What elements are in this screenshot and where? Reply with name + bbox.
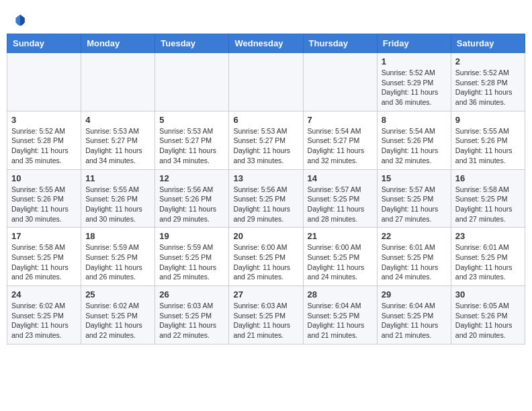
day-cell: 11Sunrise: 5:55 AM Sunset: 5:26 PM Dayli… [81,169,155,228]
day-cell: 27Sunrise: 6:03 AM Sunset: 5:25 PM Dayli… [229,286,303,345]
logo [13,13,30,27]
day-number: 13 [233,173,298,183]
day-number: 9 [455,115,521,125]
day-cell: 28Sunrise: 6:04 AM Sunset: 5:25 PM Dayli… [303,286,377,345]
day-info: Sunrise: 6:04 AM Sunset: 5:25 PM Dayligh… [382,301,447,340]
day-info: Sunrise: 5:53 AM Sunset: 5:27 PM Dayligh… [159,126,224,166]
day-number: 4 [85,115,150,125]
day-cell: 9Sunrise: 5:55 AM Sunset: 5:26 PM Daylig… [451,111,525,169]
day-info: Sunrise: 5:55 AM Sunset: 5:26 PM Dayligh… [11,185,77,224]
day-cell [81,53,155,111]
calendar: SundayMondayTuesdayWednesdayThursdayFrid… [7,34,525,345]
day-number: 17 [11,231,77,241]
weekday-header-row: SundayMondayTuesdayWednesdayThursdayFrid… [7,34,525,53]
week-row-3: 10Sunrise: 5:55 AM Sunset: 5:26 PM Dayli… [7,169,525,228]
day-cell: 13Sunrise: 5:56 AM Sunset: 5:25 PM Dayli… [229,169,303,228]
day-info: Sunrise: 6:03 AM Sunset: 5:25 PM Dayligh… [233,301,298,340]
logo-icon [13,13,27,27]
day-number: 28 [308,289,373,300]
day-cell: 19Sunrise: 5:59 AM Sunset: 5:25 PM Dayli… [155,228,229,286]
day-info: Sunrise: 6:04 AM Sunset: 5:25 PM Dayligh… [308,301,373,340]
day-cell [7,53,81,111]
day-info: Sunrise: 5:59 AM Sunset: 5:25 PM Dayligh… [85,242,150,282]
weekday-header-wednesday: Wednesday [229,34,303,53]
day-info: Sunrise: 6:00 AM Sunset: 5:25 PM Dayligh… [233,242,298,282]
day-number: 8 [382,115,447,125]
day-cell: 18Sunrise: 5:59 AM Sunset: 5:25 PM Dayli… [81,228,155,286]
day-number: 29 [382,289,447,300]
day-number: 14 [308,173,373,183]
week-row-4: 17Sunrise: 5:58 AM Sunset: 5:25 PM Dayli… [7,228,525,286]
day-cell: 23Sunrise: 6:01 AM Sunset: 5:25 PM Dayli… [451,228,525,286]
weekday-header-friday: Friday [377,34,451,53]
day-info: Sunrise: 6:01 AM Sunset: 5:25 PM Dayligh… [382,242,447,282]
day-number: 23 [455,231,521,241]
day-cell: 17Sunrise: 5:58 AM Sunset: 5:25 PM Dayli… [7,228,81,286]
day-info: Sunrise: 5:56 AM Sunset: 5:26 PM Dayligh… [159,185,224,224]
day-info: Sunrise: 5:59 AM Sunset: 5:25 PM Dayligh… [159,242,224,282]
day-number: 22 [382,231,447,241]
day-info: Sunrise: 6:01 AM Sunset: 5:25 PM Dayligh… [455,242,521,282]
day-cell: 21Sunrise: 6:00 AM Sunset: 5:25 PM Dayli… [303,228,377,286]
day-number: 10 [11,173,77,183]
day-number: 6 [233,115,298,125]
day-number: 19 [159,231,224,241]
week-row-5: 24Sunrise: 6:02 AM Sunset: 5:25 PM Dayli… [7,286,525,345]
day-number: 1 [382,56,447,66]
day-info: Sunrise: 5:58 AM Sunset: 5:25 PM Dayligh… [455,185,521,224]
day-info: Sunrise: 6:02 AM Sunset: 5:25 PM Dayligh… [85,301,150,340]
day-cell: 8Sunrise: 5:54 AM Sunset: 5:26 PM Daylig… [377,111,451,169]
day-cell [155,53,229,111]
week-row-1: 1Sunrise: 5:52 AM Sunset: 5:29 PM Daylig… [7,53,525,111]
day-cell: 16Sunrise: 5:58 AM Sunset: 5:25 PM Dayli… [451,169,525,228]
day-info: Sunrise: 5:57 AM Sunset: 5:25 PM Dayligh… [308,185,373,224]
day-info: Sunrise: 5:53 AM Sunset: 5:27 PM Dayligh… [233,126,298,166]
day-cell: 10Sunrise: 5:55 AM Sunset: 5:26 PM Dayli… [7,169,81,228]
day-cell: 7Sunrise: 5:54 AM Sunset: 5:27 PM Daylig… [303,111,377,169]
day-info: Sunrise: 5:55 AM Sunset: 5:26 PM Dayligh… [455,126,521,166]
page-header [7,7,525,30]
day-number: 5 [159,115,224,125]
day-info: Sunrise: 6:03 AM Sunset: 5:25 PM Dayligh… [159,301,224,340]
day-info: Sunrise: 6:00 AM Sunset: 5:25 PM Dayligh… [308,242,373,282]
day-info: Sunrise: 5:54 AM Sunset: 5:26 PM Dayligh… [382,126,447,166]
day-number: 18 [85,231,150,241]
day-info: Sunrise: 5:56 AM Sunset: 5:25 PM Dayligh… [233,185,298,224]
day-info: Sunrise: 5:55 AM Sunset: 5:26 PM Dayligh… [85,185,150,224]
weekday-header-thursday: Thursday [303,34,377,53]
weekday-header-sunday: Sunday [7,34,81,53]
day-number: 15 [382,173,447,183]
day-cell: 14Sunrise: 5:57 AM Sunset: 5:25 PM Dayli… [303,169,377,228]
day-info: Sunrise: 6:05 AM Sunset: 5:26 PM Dayligh… [455,301,521,340]
week-row-2: 3Sunrise: 5:52 AM Sunset: 5:28 PM Daylig… [7,111,525,169]
day-cell: 24Sunrise: 6:02 AM Sunset: 5:25 PM Dayli… [7,286,81,345]
day-info: Sunrise: 5:54 AM Sunset: 5:27 PM Dayligh… [308,126,373,166]
day-number: 12 [159,173,224,183]
day-number: 24 [11,289,77,300]
day-number: 3 [11,115,77,125]
day-number: 7 [308,115,373,125]
day-number: 26 [159,289,224,300]
day-info: Sunrise: 5:53 AM Sunset: 5:27 PM Dayligh… [85,126,150,166]
day-number: 11 [85,173,150,183]
day-info: Sunrise: 5:52 AM Sunset: 5:28 PM Dayligh… [11,126,77,166]
day-info: Sunrise: 5:52 AM Sunset: 5:29 PM Dayligh… [382,68,447,107]
day-info: Sunrise: 5:58 AM Sunset: 5:25 PM Dayligh… [11,242,77,282]
weekday-header-tuesday: Tuesday [155,34,229,53]
day-info: Sunrise: 5:57 AM Sunset: 5:25 PM Dayligh… [382,185,447,224]
day-cell: 3Sunrise: 5:52 AM Sunset: 5:28 PM Daylig… [7,111,81,169]
day-number: 21 [308,231,373,241]
day-number: 20 [233,231,298,241]
day-cell: 4Sunrise: 5:53 AM Sunset: 5:27 PM Daylig… [81,111,155,169]
day-info: Sunrise: 6:02 AM Sunset: 5:25 PM Dayligh… [11,301,77,340]
day-cell: 12Sunrise: 5:56 AM Sunset: 5:26 PM Dayli… [155,169,229,228]
day-cell: 22Sunrise: 6:01 AM Sunset: 5:25 PM Dayli… [377,228,451,286]
day-cell [303,53,377,111]
day-cell: 20Sunrise: 6:00 AM Sunset: 5:25 PM Dayli… [229,228,303,286]
day-info: Sunrise: 5:52 AM Sunset: 5:28 PM Dayligh… [455,68,521,107]
day-cell [229,53,303,111]
day-cell: 30Sunrise: 6:05 AM Sunset: 5:26 PM Dayli… [451,286,525,345]
day-number: 16 [455,173,521,183]
day-number: 25 [85,289,150,300]
day-number: 30 [455,289,521,300]
